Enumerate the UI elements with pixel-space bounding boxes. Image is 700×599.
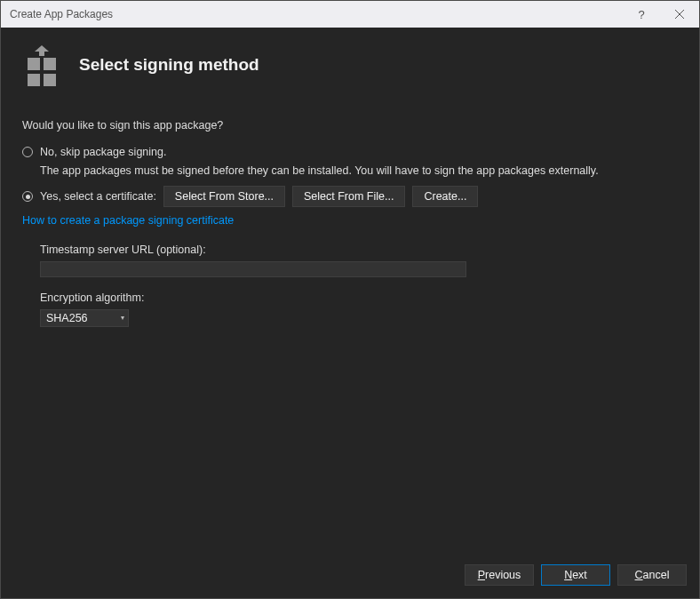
wizard-body: Would you like to sign this app package?…	[1, 103, 699, 555]
timestamp-label: Timestamp server URL (optional):	[40, 242, 678, 258]
svg-rect-3	[39, 51, 44, 56]
select-from-store-button[interactable]: Select From Store...	[163, 186, 285, 207]
svg-rect-6	[28, 74, 40, 86]
dialog-window: Create App Packages ? Select signing met…	[0, 0, 700, 599]
svg-rect-4	[28, 58, 40, 70]
create-cert-button[interactable]: Create...	[412, 186, 478, 207]
chevron-down-icon: ▾	[121, 313, 124, 323]
content-area: Select signing method Would you like to …	[1, 28, 699, 598]
radio-yes-row: Yes, select a certificate: Select From S…	[22, 186, 678, 207]
help-button[interactable]: ?	[624, 1, 659, 28]
svg-marker-2	[35, 45, 49, 52]
svg-rect-7	[44, 74, 56, 86]
wizard-header: Select signing method	[1, 28, 699, 103]
radio-no-label: No, skip package signing.	[40, 144, 166, 160]
prompt-text: Would you like to sign this app package?	[22, 117, 678, 133]
wizard-footer: Previous Next Cancel	[1, 555, 699, 598]
next-rest: ext	[572, 569, 587, 581]
cancel-rest: ancel	[643, 569, 670, 581]
window-title: Create App Packages	[10, 8, 624, 20]
page-title: Select signing method	[79, 55, 259, 75]
cancel-button[interactable]: Cancel	[617, 564, 687, 586]
timestamp-block: Timestamp server URL (optional):	[40, 242, 678, 277]
package-icon	[20, 44, 63, 86]
radio-no[interactable]	[22, 147, 33, 157]
encryption-select[interactable]: SHA256 ▾	[40, 309, 129, 327]
select-from-file-button[interactable]: Select From File...	[292, 186, 405, 207]
encryption-value: SHA256	[46, 310, 88, 326]
encryption-label: Encryption algorithm:	[40, 290, 678, 306]
titlebar: Create App Packages ?	[1, 1, 699, 28]
previous-button[interactable]: Previous	[465, 564, 534, 586]
timestamp-input[interactable]	[40, 261, 466, 277]
radio-yes[interactable]	[22, 191, 33, 202]
previous-rest: revious	[485, 569, 521, 581]
close-button[interactable]	[659, 1, 699, 28]
radio-no-row[interactable]: No, skip package signing.	[22, 144, 678, 160]
svg-rect-5	[44, 58, 56, 70]
encryption-block: Encryption algorithm: SHA256 ▾	[40, 290, 678, 327]
next-button[interactable]: Next	[541, 564, 610, 586]
help-link[interactable]: How to create a package signing certific…	[22, 212, 678, 228]
close-icon	[675, 10, 684, 19]
radio-yes-label: Yes, select a certificate:	[40, 188, 156, 204]
radio-no-subtext: The app packages must be signed before t…	[40, 163, 678, 179]
